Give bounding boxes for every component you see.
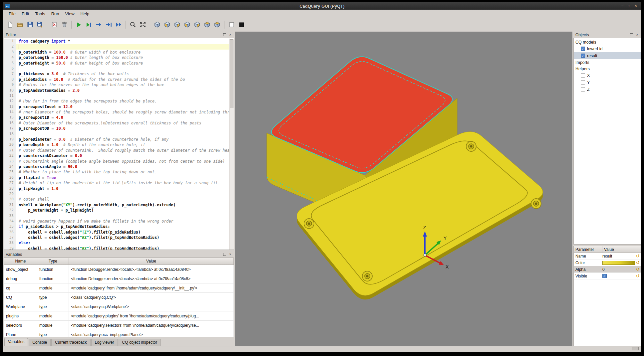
variable-row[interactable]: cqmodule<module 'cadquery' from '/home/a… bbox=[4, 283, 234, 293]
tab-current-traceback[interactable]: Current traceback bbox=[51, 339, 90, 346]
zoom-button[interactable] bbox=[128, 20, 138, 30]
line-number: 35 bbox=[4, 224, 14, 229]
wireframe-button[interactable] bbox=[226, 20, 236, 30]
tab-variables[interactable]: Variables bbox=[4, 338, 28, 346]
view-iso-button[interactable] bbox=[152, 20, 162, 30]
minimize-button[interactable]: − bbox=[619, 2, 626, 10]
shaded-button[interactable] bbox=[236, 20, 246, 30]
reset-icon[interactable]: ↺ bbox=[635, 254, 641, 259]
tree-group-helpers[interactable]: Helpers bbox=[574, 66, 641, 72]
menu-run[interactable]: Run bbox=[48, 10, 62, 17]
maximize-button[interactable]: + bbox=[626, 2, 632, 10]
tree-group-cq-models[interactable]: CQ models bbox=[574, 39, 641, 45]
variable-row[interactable]: debugfunction<function Debugger.render.<… bbox=[4, 274, 234, 283]
variable-row[interactable]: pluginsmodule<module 'cadquery.plugins' … bbox=[4, 311, 234, 321]
variable-row[interactable]: Planetype<class 'cadquery.occ_impl.geom.… bbox=[4, 330, 234, 337]
line-number: 27 bbox=[4, 180, 14, 186]
code-token bbox=[59, 142, 63, 147]
screw-boss[interactable] bbox=[531, 199, 541, 209]
checkbox[interactable] bbox=[581, 80, 585, 85]
tree-item-lowerlid[interactable]: ✓lowerLid bbox=[574, 45, 641, 52]
code-line: # Countersink angle (complete angle betw… bbox=[4, 159, 229, 164]
fit-all-button[interactable] bbox=[138, 20, 148, 30]
tab-cq-object-inspector[interactable]: CQ object inspector bbox=[119, 339, 161, 346]
line-number: 34 bbox=[4, 219, 14, 224]
variables-table-body: show_objectfunction<function Debugger.re… bbox=[4, 265, 234, 337]
save-as-button[interactable] bbox=[35, 20, 45, 30]
color-swatch[interactable] bbox=[602, 261, 635, 265]
visible-checkbox[interactable]: ✓ bbox=[602, 274, 607, 278]
checkbox[interactable] bbox=[581, 87, 585, 91]
menu-file[interactable]: File bbox=[6, 10, 19, 17]
code-token: p_outerHeight = bbox=[19, 61, 56, 66]
open-button[interactable] bbox=[15, 20, 25, 30]
close-panel-icon[interactable]: × bbox=[228, 252, 233, 257]
variable-row[interactable]: CQtype<class 'cadquery.cq.CQ'> bbox=[4, 293, 234, 302]
objects-panel: Objects × CQ models✓lowerLid✓resultImpor… bbox=[573, 32, 641, 245]
reset-icon[interactable]: ↺ bbox=[635, 273, 641, 278]
view-back-button[interactable] bbox=[172, 20, 182, 30]
view-top-button[interactable] bbox=[202, 20, 212, 30]
variable-row[interactable]: show_objectfunction<function Debugger.re… bbox=[4, 265, 234, 274]
clear-button[interactable] bbox=[49, 20, 59, 30]
param-name: Name bbox=[574, 254, 602, 259]
view-right-button[interactable] bbox=[192, 20, 202, 30]
tree-item-z[interactable]: Z bbox=[574, 86, 641, 93]
code-line: p_boreDiameter = 8.0 # Diameter of the c… bbox=[4, 137, 229, 142]
status-bar bbox=[3, 346, 641, 352]
screw-boss[interactable] bbox=[304, 219, 314, 229]
close-panel-icon[interactable]: × bbox=[635, 33, 640, 37]
code-token: p_boreDiameter = bbox=[19, 137, 59, 142]
scrollbar-thumb[interactable] bbox=[230, 39, 233, 108]
screw-boss[interactable] bbox=[362, 271, 372, 281]
line-number: 4 bbox=[4, 55, 14, 60]
3d-canvas[interactable]: Z Y X bbox=[235, 32, 572, 346]
editor-scrollbar[interactable] bbox=[229, 39, 234, 250]
code-lines[interactable]: from cadquery import *p_outerWidth = 100… bbox=[4, 39, 229, 250]
continue-button[interactable] bbox=[114, 20, 124, 30]
view-front-button[interactable] bbox=[162, 20, 172, 30]
run-button[interactable] bbox=[74, 20, 84, 30]
menu-view[interactable]: View bbox=[62, 10, 78, 17]
tree-item-result[interactable]: ✓result bbox=[574, 52, 641, 59]
float-panel-icon[interactable] bbox=[629, 33, 634, 37]
toolbar-separator bbox=[126, 21, 126, 29]
checkbox[interactable] bbox=[581, 73, 585, 78]
checkbox[interactable]: ✓ bbox=[581, 47, 585, 51]
variable-row[interactable]: selectorsmodule<module 'cadquery.selecto… bbox=[4, 321, 234, 330]
code-editor[interactable]: 1234567891011121314151617181920212223242… bbox=[4, 38, 234, 250]
variable-row[interactable]: Workplanetype<class 'cadquery.cq.Workpla… bbox=[4, 302, 234, 311]
step-over-button[interactable] bbox=[94, 20, 104, 30]
tab-log-viewer[interactable]: Log viewer bbox=[91, 339, 118, 346]
3d-viewport[interactable]: Z Y X bbox=[235, 32, 572, 346]
column-header-value[interactable]: Value bbox=[69, 258, 234, 265]
float-panel-icon[interactable] bbox=[222, 33, 227, 37]
tree-group-imports[interactable]: Imports bbox=[574, 59, 641, 66]
code-token: p_outerWidth = bbox=[19, 50, 54, 55]
screw-boss[interactable] bbox=[466, 141, 476, 151]
view-left-button[interactable] bbox=[182, 20, 192, 30]
reset-icon[interactable]: ↺ bbox=[635, 260, 641, 265]
float-panel-icon[interactable] bbox=[222, 252, 227, 257]
menu-edit[interactable]: Edit bbox=[19, 10, 32, 17]
code-line bbox=[4, 131, 229, 137]
new-file-button[interactable] bbox=[5, 20, 15, 30]
status-bar-grip[interactable] bbox=[632, 347, 639, 350]
debug-button[interactable] bbox=[84, 20, 94, 30]
reset-icon[interactable]: ↺ bbox=[635, 267, 641, 272]
menu-help[interactable]: Help bbox=[78, 10, 93, 17]
view-bottom-button[interactable] bbox=[212, 20, 222, 30]
step-into-button[interactable] bbox=[104, 20, 114, 30]
trash-button[interactable] bbox=[59, 20, 69, 30]
tree-item-x[interactable]: X bbox=[574, 72, 641, 79]
close-button[interactable]: × bbox=[632, 2, 639, 10]
code-line: p_thickness = 3.0 # Thickness of the box… bbox=[4, 71, 229, 77]
menu-tools[interactable]: Tools bbox=[32, 10, 48, 17]
tree-item-y[interactable]: Y bbox=[574, 79, 641, 86]
column-header-type[interactable]: Type bbox=[37, 258, 69, 265]
checkbox[interactable]: ✓ bbox=[581, 54, 585, 58]
save-button[interactable] bbox=[25, 20, 35, 30]
column-header-name[interactable]: Name bbox=[4, 258, 37, 265]
tab-console[interactable]: Console bbox=[29, 339, 51, 346]
close-panel-icon[interactable]: × bbox=[228, 33, 233, 37]
